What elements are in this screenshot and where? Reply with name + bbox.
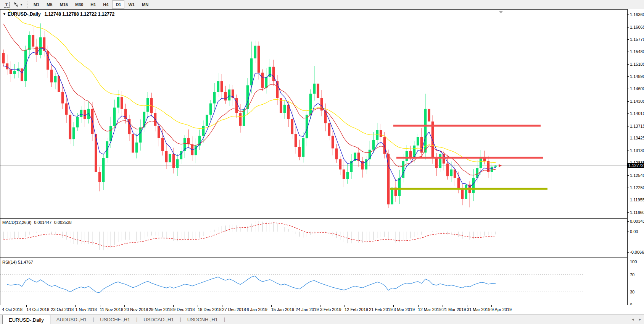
- axis-tick-mark: [628, 232, 629, 232]
- timeframe-group: M1M5M15M30H1H4D1W1MN: [30, 0, 152, 9]
- symbol-dropdown-icon[interactable]: ▼: [3, 12, 6, 16]
- cursor-arrows-icon: [13, 2, 19, 7]
- price-tick-label: 1.13425: [630, 136, 644, 140]
- macd-tick-label: 0.003431: [630, 219, 644, 224]
- timeframe-button-m30[interactable]: M30: [72, 0, 87, 9]
- toolbar-grip[interactable]: [27, 2, 27, 8]
- macd-panel[interactable]: MACD(12,26,9) -0.001447 -0.002538: [0, 218, 628, 258]
- date-label: 4 Oct 2018: [2, 307, 23, 312]
- chart-tabs-bar: EURUSD-,DailyAUDUSD-,H1|USDCHF-,H1|USDCA…: [0, 314, 644, 324]
- date-tick-mark: [393, 305, 394, 307]
- candlestick-chart[interactable]: [0, 10, 627, 217]
- date-label: 21 Feb 2019: [369, 307, 393, 312]
- date-label: 20 Nov 2018: [124, 307, 148, 312]
- date-tick-mark: [345, 305, 345, 307]
- tabs-scroll-left-icon[interactable]: ◄: [631, 318, 634, 321]
- date-label: 21 Mar 2019: [443, 307, 466, 312]
- date-tick-mark: [491, 305, 492, 307]
- date-label: 1 Nov 2018: [75, 307, 97, 312]
- time-axis[interactable]: 4 Oct 201814 Oct 201823 Oct 20181 Nov 20…: [0, 305, 644, 314]
- main-chart-panel[interactable]: ▼ EURUSD-,Daily 1.12748 1.12788 1.12722 …: [0, 9, 628, 218]
- date-label: 23 Oct 2018: [51, 307, 74, 312]
- tab-usdchf-h1[interactable]: USDCHF-,H1: [94, 314, 136, 324]
- text-tool-button[interactable]: T: [2, 0, 11, 9]
- axis-tick-mark: [628, 15, 629, 15]
- macd-tick-label: 0.00: [630, 229, 638, 234]
- timeframe-button-w1[interactable]: W1: [125, 0, 138, 9]
- chart-ohlc-values: 1.12748 1.12788 1.12722 1.12772: [45, 11, 115, 17]
- date-tick-mark: [51, 305, 51, 307]
- date-label: 15 Jan 2019: [271, 307, 295, 312]
- price-tick-label: 1.13715: [630, 124, 644, 128]
- rsi-tick-label: 70: [630, 272, 634, 277]
- tab-scroll-arrows: ◄ ►: [631, 314, 642, 324]
- date-tick-mark: [2, 305, 2, 307]
- axis-tick-mark: [628, 101, 629, 102]
- current-price-tag: 1.12772: [628, 163, 644, 168]
- date-label: 14 Oct 2018: [26, 307, 49, 312]
- axis-tick-mark: [628, 76, 629, 77]
- date-tick-mark: [173, 305, 174, 307]
- price-tick-label: 1.12250: [630, 185, 644, 190]
- text-tool-icon: T: [4, 2, 10, 8]
- date-tick-mark: [247, 305, 247, 307]
- timeframe-button-h1[interactable]: H1: [87, 0, 99, 9]
- price-tick-label: 1.14305: [630, 99, 644, 104]
- date-tick-mark: [100, 305, 100, 307]
- axis-tick-mark: [628, 221, 629, 222]
- price-tick-label: 1.14890: [630, 74, 644, 79]
- axis-tick-mark: [628, 212, 629, 213]
- cursor-tool-button[interactable]: ▼: [13, 0, 23, 9]
- price-tick-label: 1.12540: [630, 173, 644, 178]
- tab-usdcnh-h1[interactable]: USDCNH-,H1: [181, 314, 224, 324]
- dropdown-caret-icon[interactable]: ▼: [20, 3, 23, 6]
- rsi-chart[interactable]: [0, 258, 627, 305]
- tab-usdcad-h1[interactable]: USDCAD-,H1: [137, 314, 180, 324]
- timeframe-button-m1[interactable]: M1: [30, 0, 43, 9]
- axis-tick-mark: [628, 262, 629, 262]
- date-tick-mark: [443, 305, 443, 307]
- timeframe-button-d1[interactable]: D1: [112, 0, 124, 9]
- axis-tick-mark: [628, 126, 629, 126]
- axis-tick-mark: [628, 252, 629, 253]
- tab-eurusd-daily[interactable]: EURUSD-,Daily: [2, 315, 50, 324]
- tab-audusd-h1[interactable]: AUDUSD-,H1: [50, 314, 93, 324]
- date-tick-mark: [320, 305, 320, 307]
- date-label: 27 Dec 2018: [222, 307, 246, 312]
- axis-tick-mark: [628, 200, 629, 200]
- chart-title: ▼ EURUSD-,Daily 1.12748 1.12788 1.12722 …: [3, 11, 114, 17]
- price-tick-label: 1.15775: [630, 37, 644, 42]
- timeframe-button-h4[interactable]: H4: [100, 0, 112, 9]
- axis-tick-mark: [628, 138, 629, 138]
- date-label: 24 Jan 2019: [296, 307, 319, 312]
- timeframe-button-m15[interactable]: M15: [56, 0, 71, 9]
- date-tick-mark: [418, 305, 419, 307]
- date-label: 9 Dec 2018: [173, 307, 195, 312]
- tabs-scroll-right-icon[interactable]: ►: [638, 318, 642, 321]
- price-tick-label: 1.11660: [630, 210, 644, 215]
- date-label: 3 Mar 2019: [393, 307, 415, 312]
- macd-chart[interactable]: [0, 219, 627, 257]
- axis-tick-mark: [628, 39, 629, 40]
- rsi-panel[interactable]: RSI(14) 51.4767: [0, 258, 628, 306]
- date-label: 12 Mar 2019: [418, 307, 442, 312]
- date-tick-mark: [369, 305, 369, 307]
- macd-label: MACD(12,26,9) -0.001447 -0.002538: [2, 220, 72, 225]
- date-tick-mark: [198, 305, 198, 307]
- date-tick-mark: [75, 305, 76, 307]
- macd-tick-label: -0.006686: [630, 250, 644, 254]
- date-label: 12 Feb 2019: [345, 307, 368, 312]
- date-tick-mark: [222, 305, 222, 307]
- axis-tick-mark: [628, 113, 629, 114]
- axis-tick-mark: [628, 175, 629, 176]
- timeframe-button-m5[interactable]: M5: [43, 0, 56, 9]
- rsi-label: RSI(14) 51.4767: [2, 260, 33, 264]
- timeframe-button-mn[interactable]: MN: [138, 0, 152, 9]
- price-tick-label: 1.11955: [630, 198, 644, 202]
- date-label: 29 Nov 2018: [149, 307, 172, 312]
- price-axis[interactable]: 1.163601.160651.157751.154801.151851.148…: [627, 9, 644, 305]
- toolbar: T ▼ M1M5M15M30H1H4D1W1MN: [0, 0, 644, 9]
- date-tick-mark: [124, 305, 125, 307]
- rsi-tick-label: 100: [630, 259, 637, 264]
- date-tick-mark: [271, 305, 272, 307]
